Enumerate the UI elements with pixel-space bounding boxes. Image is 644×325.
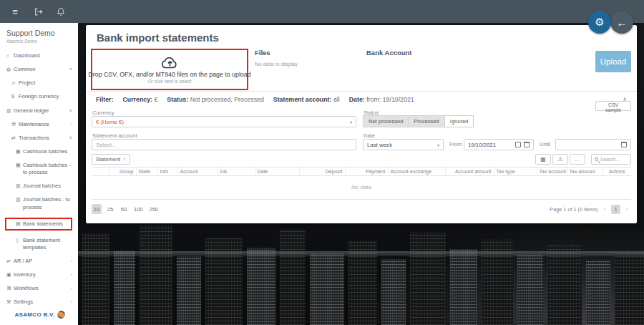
- column-select[interactable]: [92, 168, 109, 176]
- date-range-select[interactable]: Last week ▾: [363, 139, 444, 150]
- back-button[interactable]: ←: [610, 11, 633, 34]
- group-by-statement-chip[interactable]: Statement ↑: [92, 154, 130, 165]
- ar-ap-icon: ⇌: [6, 258, 14, 264]
- search-icon: [595, 157, 598, 161]
- from-date-input[interactable]: [468, 142, 512, 148]
- sidebar-item-settings[interactable]: ⚒ Settings ›: [6, 299, 74, 306]
- settings-gear-button[interactable]: ⚙: [588, 11, 611, 34]
- until-date-input[interactable]: [560, 142, 618, 148]
- page-size-250[interactable]: 250: [148, 204, 160, 214]
- dropzone-text: Drop CSV, OFX, and/or MT940 files on the…: [88, 71, 250, 78]
- prev-page-icon[interactable]: ‹: [600, 204, 609, 214]
- column-deposit[interactable]: Deposit: [299, 168, 345, 176]
- column-group[interactable]: Group: [109, 168, 136, 176]
- page-size-100[interactable]: 100: [132, 204, 145, 214]
- sidebar-item-bank-statements[interactable]: ▤ Bank statements: [5, 218, 72, 231]
- statements-table: Group State Info Account DA Date Deposit…: [92, 167, 631, 176]
- grid-search-field[interactable]: [591, 154, 631, 165]
- column-tax-account[interactable]: Tax account: [537, 168, 567, 176]
- status-option-processed[interactable]: Processed: [409, 115, 444, 127]
- until-date-field[interactable]: [555, 139, 631, 150]
- sidebar-item-journal-batches-to-process[interactable]: ▥ Journal batches - to process: [6, 196, 74, 210]
- status-option-ignored[interactable]: Ignored: [445, 115, 474, 127]
- calendar-icon[interactable]: [524, 142, 530, 147]
- grid-search-input[interactable]: [600, 157, 628, 162]
- sort-up-icon: ↑: [123, 156, 126, 162]
- sidebar-item-inventory[interactable]: ▣ Inventory ›: [6, 271, 74, 278]
- table-header-row: Group State Info Account DA Date Deposit…: [92, 168, 631, 176]
- sidebar-item-foreign-currency[interactable]: $ Foreign currency: [6, 93, 74, 100]
- statement-account-input[interactable]: [96, 142, 352, 148]
- column-date[interactable]: Date: [255, 168, 299, 176]
- chevron-down-icon: ∨: [69, 107, 72, 113]
- status-option-not-processed[interactable]: Not processed: [363, 115, 409, 127]
- sidebar-item-project[interactable]: ▱ Project: [6, 79, 74, 87]
- page-size-50[interactable]: 50: [119, 204, 129, 214]
- sidebar-item-bank-statement-templates[interactable]: ▯ Bank statement templates: [6, 237, 74, 251]
- today-icon[interactable]: [515, 142, 521, 147]
- statement-account-field-label: Statement account: [92, 132, 137, 139]
- sidebar-item-general-ledger[interactable]: ▥ General ledger ∨: [6, 107, 74, 115]
- column-state[interactable]: State: [136, 168, 157, 176]
- bank-import-statements-panel: Bank import statements Drop CSV, OFX, an…: [86, 25, 637, 223]
- from-label: From: [449, 141, 462, 147]
- from-date-field[interactable]: [464, 139, 534, 150]
- current-page-button[interactable]: 1: [611, 205, 620, 214]
- logout-icon[interactable]: [33, 6, 43, 16]
- warning-button[interactable]: ⚠: [552, 154, 568, 165]
- sidebar-item-workflows[interactable]: ⌘ Workflows ›: [6, 285, 74, 292]
- chevron-right-icon: ›: [71, 285, 72, 291]
- sidebar-item-cashbook-batches-to-process[interactable]: ▦ Cashbook batches - to process: [6, 162, 74, 176]
- page-size-25[interactable]: 25: [105, 204, 115, 214]
- chevron-down-icon: ∨: [69, 135, 72, 140]
- filter-account-value: all: [333, 96, 340, 103]
- workflows-icon: ⌘: [6, 285, 14, 291]
- sidebar: Support Demo Asamco Demo ⌂ Dashboard ◍ C…: [0, 23, 78, 325]
- column-actions[interactable]: Actions: [602, 168, 631, 176]
- sidebar-item-journal-batches[interactable]: ▥ Journal batches: [6, 183, 74, 190]
- column-account-amount[interactable]: Account amount: [445, 168, 494, 176]
- page-size-10[interactable]: 10: [92, 204, 102, 214]
- inventory-icon: ▣: [6, 271, 14, 278]
- file-dropzone[interactable]: Drop CSV, OFX, and/or MT940 files on the…: [91, 49, 248, 90]
- sidebar-item-common[interactable]: ◍ Common ∨: [6, 66, 74, 73]
- collapse-chevron-icon[interactable]: ∧: [623, 96, 627, 102]
- filter-summary-bar[interactable]: Filter: Currency: € Status: Not processe…: [86, 91, 637, 107]
- sidebar-item-transactions[interactable]: ⇄ Transactions ∨: [6, 135, 74, 142]
- bank-account-section-label: Bank Account: [366, 49, 412, 57]
- statement-account-select[interactable]: [92, 139, 356, 150]
- calendar-icon[interactable]: [621, 142, 627, 147]
- column-tax-type[interactable]: Tax type: [494, 168, 537, 176]
- column-tax-amount[interactable]: Tax amount: [567, 168, 602, 176]
- cloud-upload-icon: [161, 55, 179, 69]
- sidebar-item-ar-ap[interactable]: ⇌ AR / AP ›: [6, 258, 74, 265]
- column-payment[interactable]: Payment: [345, 168, 388, 176]
- column-account-exchange[interactable]: Account exchange: [388, 168, 445, 176]
- filter-status-value: Not processed, Processed: [190, 96, 264, 103]
- column-account[interactable]: Account: [177, 168, 218, 176]
- menu-icon[interactable]: ≡: [10, 6, 20, 16]
- chevron-right-icon: ›: [71, 121, 72, 127]
- tenant-title: Support Demo: [6, 29, 74, 37]
- filter-date-value: from: 19/10/2021: [366, 96, 414, 103]
- more-options-button[interactable]: …: [570, 154, 585, 165]
- column-info[interactable]: Info: [157, 168, 177, 176]
- next-page-icon[interactable]: ›: [623, 204, 631, 214]
- chevron-right-icon: ›: [71, 271, 72, 277]
- until-label: Until: [540, 141, 550, 147]
- dropzone-subtext: Or click here to select: [148, 79, 192, 84]
- chevron-right-icon: ›: [71, 258, 72, 263]
- column-chooser-button[interactable]: ▦: [535, 154, 551, 165]
- upload-button[interactable]: Upload: [595, 51, 631, 72]
- currency-select[interactable]: € (Home €) ▾: [92, 116, 356, 127]
- company-logo: ASAMCO B.V.: [6, 306, 74, 321]
- sidebar-item-cashbook-batches[interactable]: ▦ Cashbook batches: [6, 148, 74, 155]
- bell-icon[interactable]: [56, 6, 66, 16]
- sidebar-item-maintenance[interactable]: ⚒ Maintenance ›: [6, 121, 74, 128]
- ledger-icon: ▥: [6, 107, 14, 114]
- back-arrow-icon: ←: [617, 16, 628, 29]
- sidebar-item-dashboard[interactable]: ⌂ Dashboard: [6, 52, 74, 59]
- page-title: Bank import statements: [97, 31, 219, 44]
- column-da[interactable]: DA: [218, 168, 255, 176]
- journal-icon: ▥: [16, 183, 23, 189]
